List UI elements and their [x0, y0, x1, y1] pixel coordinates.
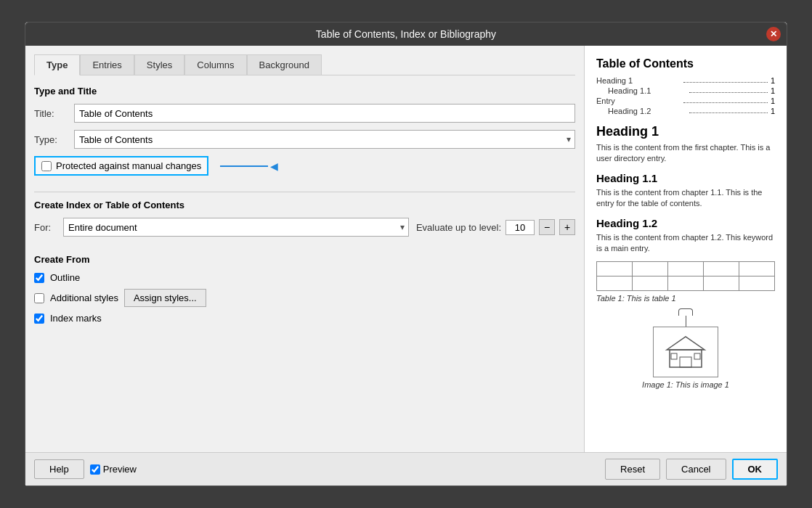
table-cell [633, 276, 668, 291]
footer: Help Preview Reset Cancel OK [25, 452, 787, 486]
preview-heading1-1: Heading 1.1 [596, 172, 775, 184]
create-from-heading: Create From [34, 254, 575, 265]
toc-text-heading1-2: Heading 1.2 [608, 107, 686, 115]
tab-type[interactable]: Type [34, 54, 80, 75]
divider-1 [34, 192, 575, 192]
protected-checkbox[interactable] [41, 161, 52, 171]
table-cell [668, 262, 704, 276]
type-select-wrapper: Table of Contents [74, 130, 575, 149]
outline-checkbox[interactable] [34, 273, 44, 283]
svg-rect-3 [671, 353, 677, 359]
level-increase-button[interactable]: + [559, 219, 575, 235]
svg-rect-4 [694, 353, 700, 359]
preview-checkbox[interactable] [90, 464, 100, 475]
title-row: Title: [34, 104, 575, 123]
titlebar: Table of Contents, Index or Bibliography… [25, 22, 787, 46]
table-cell [668, 276, 704, 291]
for-label: For: [34, 222, 56, 233]
footer-left: Help Preview [34, 459, 137, 479]
tab-background[interactable]: Background [247, 54, 322, 75]
table-cell [704, 262, 739, 276]
type-and-title-heading: Type and Title [34, 86, 575, 97]
assign-styles-button[interactable]: Assign styles... [124, 289, 206, 307]
type-label: Type: [34, 134, 74, 145]
house-svg [664, 334, 707, 370]
index-marks-row: Index marks [34, 313, 575, 324]
level-control: Evaluate up to level: − + [416, 219, 575, 235]
table-cell [739, 276, 775, 291]
for-row: For: Entire document Evaluate up to leve… [34, 218, 575, 237]
image-frame [653, 308, 718, 377]
preview-image-container: Image 1: This is image 1 [596, 308, 775, 389]
title-input[interactable] [74, 104, 575, 123]
preview-heading1-text: This is the content from the first chapt… [596, 142, 775, 165]
preview-panel: Table of Contents Heading 1 1 Heading 1.… [585, 46, 787, 452]
tabs-container: Type Entries Styles Columns Background [34, 54, 575, 75]
table-cell [739, 262, 775, 276]
toc-num-1: 1 [771, 76, 775, 85]
outline-label: Outline [50, 272, 80, 283]
reset-button[interactable]: Reset [605, 459, 660, 480]
image-hanger [653, 308, 718, 327]
protected-checkbox-container: Protected against manual changes [34, 156, 208, 176]
footer-right: Reset Cancel OK [605, 459, 778, 480]
type-select[interactable]: Table of Contents [74, 130, 575, 149]
tab-entries[interactable]: Entries [80, 54, 134, 75]
close-button[interactable]: ✕ [766, 27, 781, 41]
preview-toc-title: Table of Contents [596, 57, 775, 70]
hanger [678, 308, 693, 327]
toc-entry-heading1-2: Heading 1.2 1 [596, 107, 775, 115]
toc-dots-1 [683, 76, 768, 83]
protected-label: Protected against manual changes [56, 160, 201, 171]
level-input[interactable] [506, 220, 535, 235]
hanger-hook [678, 308, 693, 316]
svg-rect-2 [680, 357, 691, 367]
create-from-section: Create From Outline Additional styles As… [34, 254, 575, 329]
table-row-1 [597, 262, 775, 276]
image-box [653, 327, 718, 377]
table-caption: Table 1: This is table 1 [596, 294, 775, 303]
type-row: Type: Table of Contents [34, 130, 575, 149]
tab-styles[interactable]: Styles [134, 54, 184, 75]
additional-styles-checkbox[interactable] [34, 293, 44, 303]
preview-table [596, 261, 775, 291]
index-marks-checkbox[interactable] [34, 314, 44, 324]
table-cell [597, 262, 633, 276]
table-cell [704, 276, 739, 291]
index-marks-label: Index marks [50, 313, 102, 324]
toc-num-3: 1 [771, 97, 775, 105]
create-index-section: Create Index or Table of Contents For: E… [34, 200, 575, 242]
ok-button[interactable]: OK [732, 459, 779, 480]
toc-num-2: 1 [771, 86, 775, 95]
additional-styles-label: Additional styles [50, 292, 118, 303]
hanger-line [686, 316, 686, 327]
preview-heading1: Heading 1 [596, 124, 775, 139]
content-area: Type Entries Styles Columns Background T… [25, 46, 787, 452]
tab-columns[interactable]: Columns [184, 54, 246, 75]
additional-styles-row: Additional styles Assign styles... [34, 289, 575, 307]
svg-marker-1 [667, 337, 705, 350]
toc-dots-2 [689, 86, 768, 93]
table-cell [597, 276, 633, 291]
create-index-heading: Create Index or Table of Contents [34, 200, 575, 210]
for-select[interactable]: Entire document [63, 218, 409, 237]
preview-heading1-2-text: This is the content from chapter 1.2. Th… [596, 232, 775, 255]
toc-entry-heading1: Heading 1 1 [596, 76, 775, 85]
image-caption: Image 1: This is image 1 [642, 380, 729, 389]
toc-num-4: 1 [771, 107, 775, 115]
cancel-button[interactable]: Cancel [666, 459, 726, 480]
toc-entry-entry: Entry 1 [596, 97, 775, 105]
toc-entry-heading1-1: Heading 1.1 1 [596, 86, 775, 95]
toc-dots-4 [689, 107, 768, 113]
preview-heading1-2: Heading 1.2 [596, 217, 775, 229]
level-decrease-button[interactable]: − [539, 219, 555, 235]
preview-heading1-1-text: This is the content from chapter 1.1. Th… [596, 187, 775, 210]
table-cell [633, 262, 668, 276]
outline-row: Outline [34, 272, 575, 283]
help-button[interactable]: Help [34, 459, 84, 479]
for-select-wrapper: Entire document [63, 218, 409, 237]
svg-rect-0 [670, 350, 702, 367]
preview-label: Preview [103, 464, 137, 475]
toc-text-heading1: Heading 1 [596, 76, 681, 85]
table-row-2 [597, 276, 775, 291]
